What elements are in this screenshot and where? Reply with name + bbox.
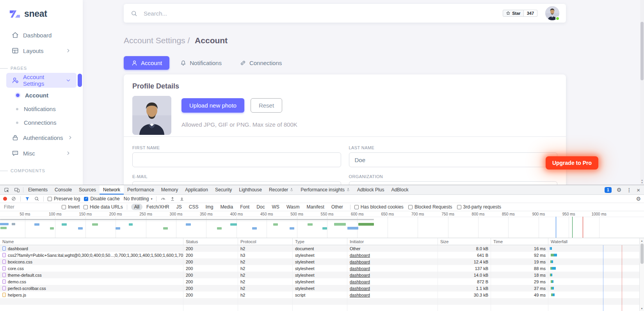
devtools-tab-security[interactable]: Security xyxy=(212,185,235,194)
network-request-row[interactable]: theme-default.css200h2stylesheetdashboar… xyxy=(0,272,644,278)
network-conditions-icon[interactable] xyxy=(160,196,166,201)
page-scrollbar[interactable]: ▲▼ xyxy=(640,0,644,185)
column-header-status[interactable]: Status xyxy=(183,238,238,245)
device-toolbar-icon[interactable] xyxy=(12,185,22,194)
sidebar-subitem-account[interactable]: Account xyxy=(6,88,76,102)
issues-badge[interactable]: 1 xyxy=(605,187,612,193)
email-field[interactable] xyxy=(132,181,341,185)
network-request-row[interactable]: css2?family=Public+Sans:ital,wght@0,300;… xyxy=(0,252,644,258)
column-header-waterfall[interactable]: Waterfall xyxy=(548,238,644,245)
upload-photo-button[interactable]: Upload new photo xyxy=(181,98,244,113)
last-name-field[interactable] xyxy=(349,152,558,167)
has-blocked-cookies-checkbox[interactable]: Has blocked cookies xyxy=(354,204,404,210)
network-request-row[interactable]: boxicons.css200h2stylesheetdashboard12.4… xyxy=(0,258,644,265)
hide-data-urls-checkbox[interactable]: Hide data URLs xyxy=(84,204,123,210)
devtools-tab-performance-insights[interactable]: Performance insights xyxy=(297,185,354,194)
network-request-row[interactable]: core.css200h2stylesheetdashboard137 kB88… xyxy=(0,265,644,272)
network-request-row[interactable]: demo.css200h2stylesheetdashboard872 B29 … xyxy=(0,278,644,285)
reset-photo-button[interactable]: Reset xyxy=(251,98,282,113)
filter-pill-wasm[interactable]: Wasm xyxy=(283,204,303,210)
initiator-link[interactable]: dashboard xyxy=(350,253,370,258)
network-search-icon[interactable] xyxy=(34,196,39,201)
scrollbar-thumb[interactable] xyxy=(640,22,644,80)
sidebar-item-authentications[interactable]: Authentications xyxy=(6,130,76,145)
tab-connections[interactable]: Connections xyxy=(232,56,289,70)
scrollbar-thumb[interactable] xyxy=(640,244,644,264)
devtools-tab-lighthouse[interactable]: Lighthouse xyxy=(235,185,265,194)
scroll-down-arrow[interactable]: ▼ xyxy=(640,307,644,310)
devtools-settings-gear-icon[interactable]: ⚙ xyxy=(617,187,622,193)
filter-pill-font[interactable]: Font xyxy=(237,204,253,210)
network-request-row[interactable]: dashboard200h2documentOther8.0 kB16 ms xyxy=(0,245,644,252)
brand[interactable]: sneat xyxy=(0,0,83,23)
export-har-icon[interactable] xyxy=(179,196,185,201)
invert-filter-checkbox[interactable]: Invert xyxy=(62,204,80,210)
preserve-log-checkbox[interactable]: Preserve log xyxy=(48,196,80,201)
devtools-menu-kebab-icon[interactable]: ⋮ xyxy=(626,187,632,193)
column-header-initiator[interactable]: Initiator xyxy=(347,238,438,245)
column-header-size[interactable]: Size xyxy=(438,238,491,245)
upgrade-to-pro-button[interactable]: Upgrade to Pro xyxy=(546,156,598,170)
network-filter-input[interactable] xyxy=(3,204,58,210)
scroll-up-arrow[interactable]: ▲ xyxy=(640,240,644,242)
filter-pill-other[interactable]: Other xyxy=(328,204,346,210)
filter-pill-js[interactable]: JS xyxy=(173,204,185,210)
initiator-link[interactable]: dashboard xyxy=(350,286,370,291)
network-request-row[interactable]: perfect-scrollbar.css200h2stylesheetdash… xyxy=(0,285,644,292)
column-header-protocol[interactable]: Protocol xyxy=(238,238,293,245)
3rd-party-requests-checkbox[interactable]: 3rd-party requests xyxy=(457,204,501,210)
initiator-link[interactable]: dashboard xyxy=(350,260,370,264)
blocked-requests-checkbox[interactable]: Blocked Requests xyxy=(408,204,452,210)
network-settings-gear-icon[interactable]: ⚙ xyxy=(636,196,641,202)
devtools-close-icon[interactable]: × xyxy=(637,187,640,193)
filter-pill-manifest[interactable]: Manifest xyxy=(303,204,327,210)
user-avatar[interactable] xyxy=(545,6,559,20)
devtools-tab-memory[interactable]: Memory xyxy=(158,185,181,194)
devtools-tab-performance[interactable]: Performance xyxy=(124,185,158,194)
sidebar-subitem-connections[interactable]: Connections xyxy=(6,116,76,129)
filter-pill-doc[interactable]: Doc xyxy=(253,204,268,210)
initiator-link[interactable]: dashboard xyxy=(350,266,370,271)
filter-pill-ws[interactable]: WS xyxy=(269,204,283,210)
column-header-time[interactable]: Time xyxy=(491,238,548,245)
sidebar-item-dashboard[interactable]: Dashboard xyxy=(6,28,76,42)
devtools-tab-adblock[interactable]: AdBlock xyxy=(388,185,412,194)
inspect-element-icon[interactable] xyxy=(2,185,12,194)
devtools-tab-console[interactable]: Console xyxy=(51,185,75,194)
first-name-field[interactable] xyxy=(132,152,341,167)
filter-pill-css[interactable]: CSS xyxy=(186,204,202,210)
filter-pill-fetch-xhr[interactable]: Fetch/XHR xyxy=(143,204,173,210)
devtools-tab-recorder[interactable]: Recorder xyxy=(265,185,297,194)
filter-toggle-icon[interactable] xyxy=(25,196,30,201)
tab-notifications[interactable]: Notifications xyxy=(173,56,229,70)
sidebar-item-layouts[interactable]: Layouts xyxy=(6,43,76,58)
devtools-tab-elements[interactable]: Elements xyxy=(25,185,51,194)
github-star-button[interactable]: Star xyxy=(503,10,523,17)
devtools-tab-sources[interactable]: Sources xyxy=(75,185,100,194)
sidebar-subitem-notifications[interactable]: Notifications xyxy=(6,102,76,116)
sidebar-item-misc[interactable]: Misc xyxy=(6,146,76,161)
initiator-link[interactable]: dashboard xyxy=(350,293,370,297)
breadcrumb-prefix[interactable]: Account Settings / xyxy=(124,36,190,45)
devtools-tab-application[interactable]: Application xyxy=(181,185,212,194)
network-request-row[interactable]: helpers.js200h2scriptdashboard30.3 kB49 … xyxy=(0,292,644,298)
initiator-link[interactable]: dashboard xyxy=(350,273,370,277)
search-input[interactable] xyxy=(143,10,268,17)
import-har-icon[interactable] xyxy=(170,196,175,201)
filter-pill-img[interactable]: Img xyxy=(202,204,216,210)
devtools-scrollbar[interactable]: ▲ ▼ xyxy=(639,238,644,311)
column-header-type[interactable]: Type xyxy=(293,238,347,245)
star-count[interactable]: 347 xyxy=(524,10,537,17)
initiator-link[interactable]: dashboard xyxy=(350,279,370,284)
organization-field[interactable] xyxy=(349,181,558,185)
scrollbar-arrows[interactable]: ▲▼ xyxy=(640,179,644,184)
record-network-log-button[interactable] xyxy=(3,197,7,201)
sidebar-item-account-settings[interactable]: Account Settings xyxy=(6,73,76,88)
throttling-select[interactable]: No throttling ▾ xyxy=(124,196,153,201)
clear-network-log-icon[interactable] xyxy=(11,196,16,201)
filter-pill-media[interactable]: Media xyxy=(217,204,236,210)
devtools-tab-adblock-plus[interactable]: Adblock Plus xyxy=(354,185,388,194)
devtools-tab-network[interactable]: Network xyxy=(100,185,124,194)
disable-cache-checkbox[interactable]: Disable cache xyxy=(84,196,119,201)
column-header-name[interactable]: Name xyxy=(0,238,183,245)
